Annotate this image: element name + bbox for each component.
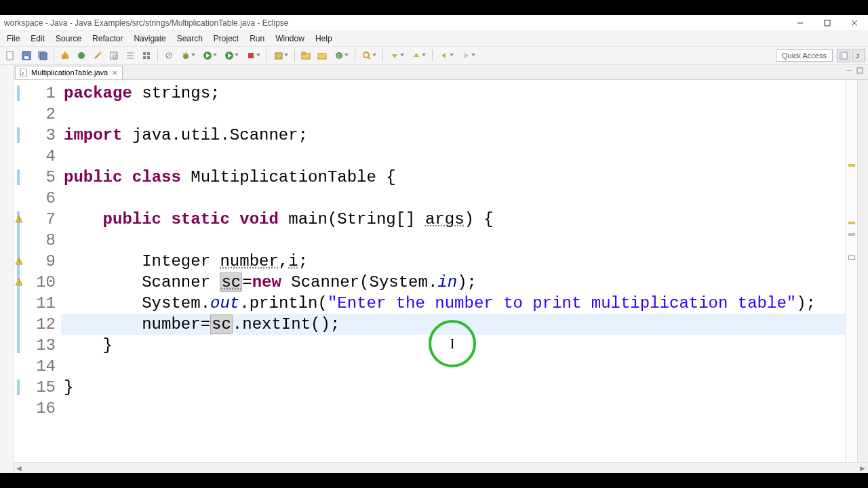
svg-text:@: @: [112, 53, 118, 60]
java-perspective-button[interactable]: J: [852, 49, 865, 62]
grid-icon[interactable]: [139, 48, 154, 63]
prev-annotation-button[interactable]: [408, 48, 429, 63]
window-title: workspace - Java - Java Examples/src/str…: [4, 18, 289, 28]
close-button[interactable]: [841, 15, 868, 31]
svg-line-27: [183, 54, 184, 55]
toolbar-separator: [382, 49, 383, 62]
annotation-icon[interactable]: @: [106, 48, 121, 63]
svg-rect-6: [24, 56, 28, 59]
menubar: File Edit Source Refactor Navigate Searc…: [0, 31, 868, 46]
java-file-icon: J: [20, 68, 28, 77]
close-tab-icon[interactable]: ✕: [111, 69, 118, 76]
toolbar-separator: [157, 49, 158, 62]
code-content[interactable]: package strings; import java.util.Scanne…: [61, 80, 845, 462]
svg-rect-37: [318, 54, 326, 59]
next-annotation-button[interactable]: [387, 48, 407, 63]
menu-file[interactable]: File: [1, 33, 25, 45]
menu-project[interactable]: Project: [208, 33, 244, 45]
editor-tab-label: MultiplicationTable.java: [31, 68, 108, 77]
code-viewport[interactable]: !!! 12345678910111213141516 package stri…: [14, 80, 868, 462]
debug-button[interactable]: [178, 48, 198, 63]
external-tools-button[interactable]: [243, 48, 263, 63]
svg-text:!: !: [18, 217, 20, 223]
svg-text:!: !: [18, 280, 20, 286]
svg-marker-42: [392, 54, 397, 58]
svg-point-40: [363, 52, 369, 58]
svg-marker-44: [441, 53, 446, 58]
svg-text:J: J: [856, 53, 859, 60]
search-button[interactable]: [359, 48, 379, 63]
svg-rect-8: [40, 53, 47, 60]
folding-ruler[interactable]: !!!: [14, 80, 23, 462]
overview-ruler[interactable]: [845, 80, 857, 462]
svg-line-41: [368, 57, 370, 59]
maximize-view-icon[interactable]: [856, 66, 865, 76]
toolbar-separator: [355, 49, 355, 62]
eclipse-window: workspace - Java - Java Examples/src/str…: [0, 15, 868, 473]
svg-marker-45: [465, 53, 469, 58]
editor-tab-bar: J MultiplicationTable.java ✕: [14, 65, 868, 80]
wand-icon[interactable]: [90, 48, 105, 63]
window-controls: [787, 15, 868, 31]
menu-window[interactable]: Window: [270, 33, 310, 45]
line-number-ruler: 12345678910111213141516: [23, 80, 61, 462]
new-project-icon[interactable]: [298, 48, 313, 63]
svg-rect-4: [7, 52, 13, 60]
open-type-icon[interactable]: [74, 48, 89, 63]
svg-text:!: !: [18, 259, 20, 265]
menu-refactor[interactable]: Refactor: [87, 33, 128, 45]
back-button[interactable]: [436, 48, 456, 63]
toolbar-separator: [267, 49, 267, 62]
maximize-button[interactable]: [814, 15, 841, 31]
perspective-switcher: J: [837, 49, 865, 62]
minimize-button[interactable]: [787, 15, 814, 31]
menu-edit[interactable]: Edit: [25, 33, 50, 45]
quick-access-field[interactable]: Quick Access: [776, 49, 833, 62]
svg-point-11: [78, 52, 85, 59]
menu-search[interactable]: Search: [172, 33, 208, 45]
editor-tab-controls: [845, 66, 865, 76]
build-icon[interactable]: [58, 48, 73, 63]
svg-rect-20: [147, 52, 150, 55]
menu-navigate[interactable]: Navigate: [128, 33, 171, 45]
list-icon[interactable]: [123, 48, 138, 63]
editor-tab-active[interactable]: J MultiplicationTable.java ✕: [15, 66, 123, 79]
new-class-button[interactable]: C: [331, 48, 351, 63]
run-last-button[interactable]: [221, 48, 241, 63]
svg-marker-10: [62, 52, 68, 55]
skip-breakpoints-icon[interactable]: [161, 48, 176, 63]
new-icon[interactable]: [3, 48, 18, 63]
titlebar: workspace - Java - Java Examples/src/str…: [0, 15, 868, 31]
toolbar: @ C Quick Access J: [0, 46, 868, 65]
save-all-icon[interactable]: [35, 48, 50, 63]
scroll-right-icon[interactable]: ►: [859, 464, 867, 472]
svg-rect-21: [143, 56, 146, 59]
menu-help[interactable]: Help: [310, 33, 338, 45]
open-perspective-button[interactable]: [837, 49, 850, 62]
svg-text:C: C: [337, 53, 341, 59]
svg-rect-33: [248, 53, 254, 58]
vertical-scrollbar[interactable]: [857, 80, 868, 462]
new-package-button[interactable]: [271, 48, 291, 63]
svg-rect-19: [143, 52, 146, 55]
svg-rect-1: [825, 20, 830, 26]
minimize-view-icon[interactable]: [845, 66, 854, 76]
scroll-left-icon[interactable]: ◄: [15, 464, 23, 472]
svg-rect-9: [62, 55, 68, 59]
toolbar-separator: [54, 49, 54, 62]
forward-button[interactable]: [458, 48, 478, 63]
horizontal-scrollbar[interactable]: ◄ ►: [14, 462, 868, 473]
svg-text:J: J: [21, 70, 24, 77]
menu-source[interactable]: Source: [50, 33, 87, 45]
svg-rect-34: [275, 53, 282, 59]
toolbar-separator: [432, 49, 433, 62]
svg-rect-47: [840, 52, 843, 59]
save-icon[interactable]: [19, 48, 34, 63]
menu-run[interactable]: Run: [244, 33, 270, 45]
new-folder-icon[interactable]: [315, 48, 330, 63]
left-trim: [0, 65, 14, 473]
run-button[interactable]: [199, 48, 220, 63]
svg-line-28: [187, 54, 189, 55]
svg-rect-22: [147, 56, 150, 59]
svg-rect-52: [857, 68, 863, 73]
